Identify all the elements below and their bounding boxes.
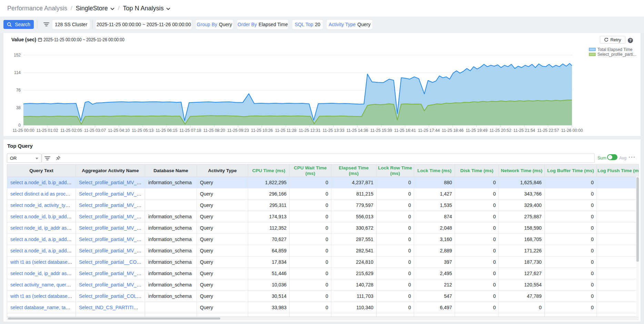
svg-text:11-25 13:33: 11-25 13:33	[323, 128, 344, 133]
svg-text:11-25 05:13: 11-25 05:13	[132, 128, 153, 133]
svg-text:11-25 07:18: 11-25 07:18	[180, 128, 201, 133]
svg-text:11-25 19:49: 11-25 19:49	[466, 128, 487, 133]
svg-text:11-25 01:02: 11-25 01:02	[37, 128, 58, 133]
svg-text:11-26 00:00: 11-26 00:00	[561, 128, 583, 133]
svg-text:11-25 06:15: 11-25 06:15	[155, 128, 177, 133]
svg-text:114: 114	[14, 70, 21, 75]
svg-text:Select_profile_parti...: Select_profile_parti...	[597, 52, 636, 57]
svg-text:76: 76	[16, 88, 21, 93]
svg-text:11-25 10:26: 11-25 10:26	[251, 128, 273, 133]
svg-text:11-25 09:23: 11-25 09:23	[227, 128, 249, 133]
svg-text:38: 38	[16, 105, 21, 110]
svg-text:11-25 22:57: 11-25 22:57	[537, 128, 559, 133]
svg-text:152: 152	[14, 53, 21, 58]
svg-text:11-25 03:07: 11-25 03:07	[84, 128, 106, 133]
svg-text:11-25 11:28: 11-25 11:28	[275, 128, 297, 133]
svg-text:11-25 17:44: 11-25 17:44	[418, 128, 440, 133]
svg-text:11-25 02:05: 11-25 02:05	[60, 128, 82, 133]
svg-text:11-25 12:31: 11-25 12:31	[299, 128, 321, 133]
svg-text:11-25 04:10: 11-25 04:10	[108, 128, 130, 133]
svg-text:0: 0	[18, 123, 21, 128]
svg-text:11-25 20:52: 11-25 20:52	[490, 128, 511, 133]
svg-text:Total Elapsed Time: Total Elapsed Time	[597, 47, 633, 52]
svg-text:11-25 16:41: 11-25 16:41	[394, 128, 416, 133]
svg-text:11-25 21:54: 11-25 21:54	[513, 128, 535, 133]
svg-text:11-25 15:39: 11-25 15:39	[370, 128, 392, 133]
svg-text:11-25 08:20: 11-25 08:20	[203, 128, 225, 133]
svg-text:11-25 14:36: 11-25 14:36	[346, 128, 368, 133]
svg-text:11-25 00:00: 11-25 00:00	[12, 128, 34, 133]
svg-text:11-25 18:46: 11-25 18:46	[442, 128, 464, 133]
